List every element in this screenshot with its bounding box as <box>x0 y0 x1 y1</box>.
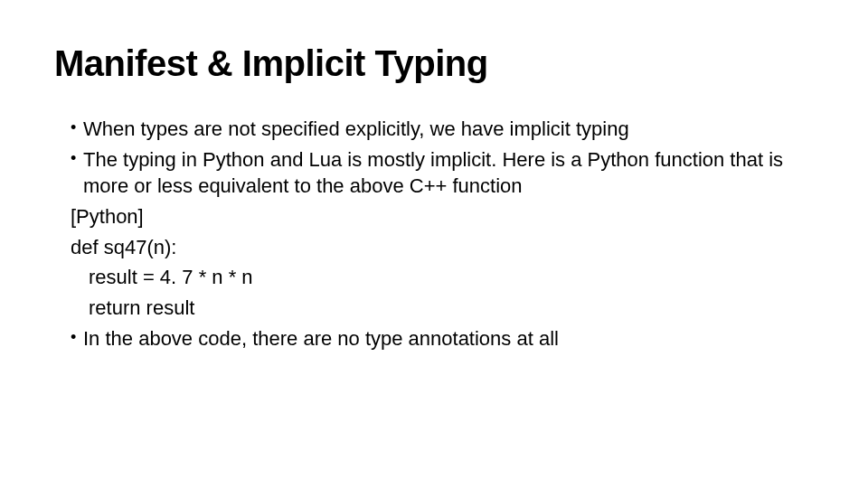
bullet-text: In the above code, there are no type ann… <box>83 325 814 352</box>
slide-title: Manifest & Implicit Typing <box>54 43 814 83</box>
code-line-return: return result <box>71 295 814 322</box>
slide-body: • When types are not specified explicitl… <box>54 116 814 352</box>
code-line-lang: [Python] <box>71 203 814 230</box>
bullet-icon: • <box>71 116 83 140</box>
bullet-item: • In the above code, there are no type a… <box>71 325 814 352</box>
bullet-text: The typing in Python and Lua is mostly i… <box>83 146 814 200</box>
bullet-icon: • <box>71 146 83 171</box>
bullet-item: • The typing in Python and Lua is mostly… <box>71 146 814 200</box>
bullet-text: When types are not specified explicitly,… <box>83 116 814 143</box>
bullet-item: • When types are not specified explicitl… <box>71 116 814 143</box>
slide: Manifest & Implicit Typing • When types … <box>0 0 868 488</box>
code-line-def: def sq47(n): <box>71 234 814 261</box>
code-line-assign: result = 4. 7 * n * n <box>71 264 814 291</box>
bullet-icon: • <box>71 325 83 350</box>
